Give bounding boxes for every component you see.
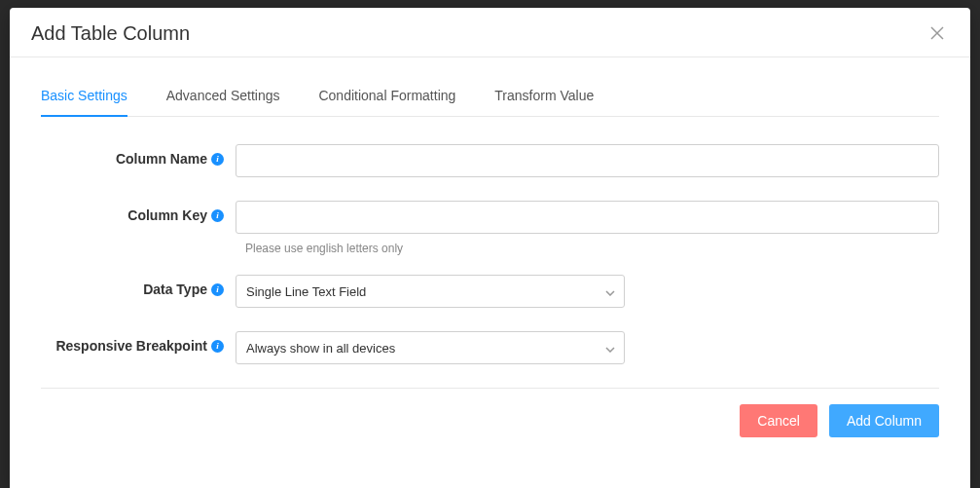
- row-column-key: Column Key i: [41, 201, 939, 234]
- tabs: Basic Settings Advanced Settings Conditi…: [41, 87, 939, 117]
- data-type-value: Single Line Text Field: [236, 275, 625, 308]
- row-responsive-breakpoint: Responsive Breakpoint i Always show in a…: [41, 331, 939, 364]
- info-icon[interactable]: i: [211, 153, 224, 166]
- close-button[interactable]: [926, 21, 949, 45]
- modal-title: Add Table Column: [31, 22, 190, 45]
- tab-advanced-settings[interactable]: Advanced Settings: [166, 88, 280, 117]
- column-key-input[interactable]: [236, 201, 939, 234]
- column-key-label: Column Key: [127, 207, 207, 223]
- row-column-name: Column Name i: [41, 144, 939, 177]
- add-column-button[interactable]: Add Column: [829, 404, 939, 437]
- modal-footer: Cancel Add Column: [41, 404, 939, 437]
- responsive-breakpoint-label: Responsive Breakpoint: [55, 338, 207, 354]
- tab-transform-value[interactable]: Transform Value: [494, 88, 594, 117]
- info-icon[interactable]: i: [211, 209, 224, 222]
- column-key-hint: Please use english letters only: [236, 242, 939, 255]
- row-data-type: Data Type i Single Line Text Field: [41, 275, 939, 308]
- data-type-select[interactable]: Single Line Text Field: [236, 275, 625, 308]
- modal-header: Add Table Column: [10, 8, 970, 57]
- cancel-button[interactable]: Cancel: [740, 404, 817, 437]
- responsive-breakpoint-value: Always show in all devices: [236, 331, 625, 364]
- tab-conditional-formatting[interactable]: Conditional Formatting: [318, 88, 455, 117]
- tab-basic-settings[interactable]: Basic Settings: [41, 88, 127, 117]
- modal-body: Basic Settings Advanced Settings Conditi…: [10, 57, 970, 488]
- column-name-label: Column Name: [116, 151, 207, 167]
- column-name-input[interactable]: [236, 144, 939, 177]
- info-icon[interactable]: i: [211, 340, 224, 353]
- responsive-breakpoint-select[interactable]: Always show in all devices: [236, 331, 625, 364]
- info-icon[interactable]: i: [211, 283, 224, 296]
- close-icon: [930, 26, 944, 40]
- footer-divider: [41, 388, 939, 389]
- data-type-label: Data Type: [143, 282, 207, 297]
- add-table-column-modal: Add Table Column Basic Settings Advanced…: [10, 8, 970, 488]
